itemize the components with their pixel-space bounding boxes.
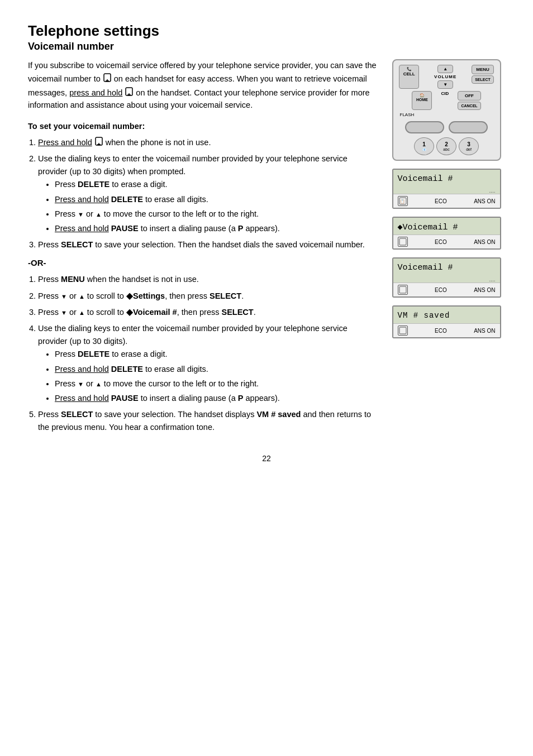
svg-text:📋: 📋 xyxy=(400,199,405,204)
section1-heading: To set your voicemail number: xyxy=(28,122,377,131)
oval-buttons xyxy=(405,121,488,133)
bullet-5: Press DELETE to erase a digit. xyxy=(55,348,377,361)
section1-steps: Press and hold when the phone is not in … xyxy=(38,135,377,252)
lcd-bottom-4: ECO ANS ON xyxy=(393,323,500,337)
eco-icon-1: 📋 xyxy=(398,196,408,206)
ans-label-1: ANS ON xyxy=(474,198,495,204)
bullet-4: Press and hold PAUSE to insert a dialing… xyxy=(55,222,377,235)
ans-label-2: ANS ON xyxy=(474,239,495,245)
step-1-1: Press and hold when the phone is not in … xyxy=(38,135,377,149)
svg-rect-5 xyxy=(127,94,131,95)
svg-rect-12 xyxy=(399,286,406,293)
bullet-8: Press and hold PAUSE to insert a dialing… xyxy=(55,392,377,405)
lcd-bottom-3: ECO ANS ON xyxy=(393,283,500,296)
svg-rect-13 xyxy=(399,327,406,334)
select-button: SELECT xyxy=(472,75,494,84)
eco-icon-2 xyxy=(398,237,408,247)
step-2-5: Press SELECT to save your selection. The… xyxy=(38,408,377,434)
lcd-dots-3: .... xyxy=(393,275,500,283)
flash-label: FLASH xyxy=(400,112,415,117)
step-2-1: Press MENU when the handset is not in us… xyxy=(38,273,377,286)
lcd-display-1: Voicemail # xyxy=(393,170,500,186)
ans-label-3: ANS ON xyxy=(474,287,495,293)
handset-top-buttons: 📞 CELL ▲ VOLUME ▼ xyxy=(398,65,496,89)
page-subtitle: Voicemail number xyxy=(28,41,505,52)
eco-icon-3 xyxy=(398,285,408,295)
step-1-2-bullets: Press DELETE to erase a digit. Press and… xyxy=(55,178,377,235)
handset-mid-buttons: 🏠 HOME CID OFF CANCEL xyxy=(398,91,496,110)
lcd-bottom-2: ECO ANS ON xyxy=(393,235,500,248)
eco-label-1: ECO xyxy=(435,198,447,204)
svg-rect-2 xyxy=(106,80,109,82)
bullet-2: Press and hold DELETE to erase all digit… xyxy=(55,193,377,206)
page-number: 22 xyxy=(28,454,505,463)
image-column: 📞 CELL ▲ VOLUME ▼ xyxy=(388,59,505,437)
lcd-screen-1: Voicemail # .... 📋 ECO ANS ON xyxy=(392,169,501,209)
eco-label-3: ECO xyxy=(435,287,447,293)
bullet-6: Press and hold DELETE to erase all digit… xyxy=(55,363,377,376)
bullet-7: Press ▼ or ▲ to move the cursor to the l… xyxy=(55,377,377,390)
lcd-display-4: VM # saved xyxy=(393,307,500,323)
or-divider: -OR- xyxy=(28,258,377,267)
bullet-1: Press DELETE to erase a digit. xyxy=(55,178,377,191)
handset-device: 📞 CELL ▲ VOLUME ▼ xyxy=(392,59,501,161)
flash-cid-labels: FLASH xyxy=(398,112,496,117)
eco-label-2: ECO xyxy=(435,239,447,245)
numpad-row1: 1 📧 2 abc 3 def xyxy=(398,137,496,155)
volume-down-button: ▼ xyxy=(437,80,453,89)
lcd-screen-3: Voicemail # .... ECO ANS ON xyxy=(392,257,501,298)
step-1-2: Use the dialing keys to enter the voicem… xyxy=(38,152,377,235)
eco-label-4: ECO xyxy=(435,328,447,334)
num-3-button: 3 def xyxy=(459,137,479,155)
lcd-dots-1: .... xyxy=(393,186,500,194)
home-button: 🏠 HOME xyxy=(412,91,432,110)
num-2-button: 2 abc xyxy=(436,137,456,155)
step-2-2: Press ▼ or ▲ to scroll to ◆Settings, the… xyxy=(38,290,377,303)
step-2-3: Press ▼ or ▲ to scroll to ◆Voicemail #, … xyxy=(38,306,377,319)
lcd-display-2: ◆Voicemail # xyxy=(393,218,500,235)
lcd-bottom-1: 📋 ECO ANS ON xyxy=(393,194,500,208)
menu-button: MENU xyxy=(472,65,494,74)
svg-rect-8 xyxy=(97,144,101,145)
lcd-screen-4: VM # saved ECO ANS ON xyxy=(392,305,501,338)
page-title: Telephone settings xyxy=(28,22,505,40)
volume-up-button: ▲ xyxy=(437,65,453,73)
step-2-4-bullets: Press DELETE to erase a digit. Press and… xyxy=(55,348,377,405)
text-column: If you subscribe to voicemail service of… xyxy=(28,59,377,437)
cancel-button: CANCEL xyxy=(458,102,480,110)
cell-button: 📞 CELL xyxy=(399,65,419,89)
cid-label: CID xyxy=(434,91,456,110)
right-oval-button xyxy=(449,121,488,133)
svg-rect-11 xyxy=(399,238,406,245)
intro-paragraph: If you subscribe to voicemail service of… xyxy=(28,59,377,112)
section2-steps: Press MENU when the handset is not in us… xyxy=(38,273,377,434)
lcd-screen-2: ◆Voicemail # ECO ANS ON xyxy=(392,217,501,250)
bullet-3: Press ▼ or ▲ to move the cursor to the l… xyxy=(55,208,377,221)
off-button: OFF xyxy=(458,91,480,101)
left-oval-button xyxy=(405,121,444,133)
lcd-display-3: Voicemail # xyxy=(393,259,500,275)
eco-icon-4 xyxy=(398,326,408,336)
ans-label-4: ANS ON xyxy=(474,328,495,334)
step-1-3: Press SELECT to save your selection. The… xyxy=(38,238,377,251)
step-2-4: Use the dialing keys to enter the voicem… xyxy=(38,322,377,405)
num-1-button: 1 📧 xyxy=(414,137,434,155)
